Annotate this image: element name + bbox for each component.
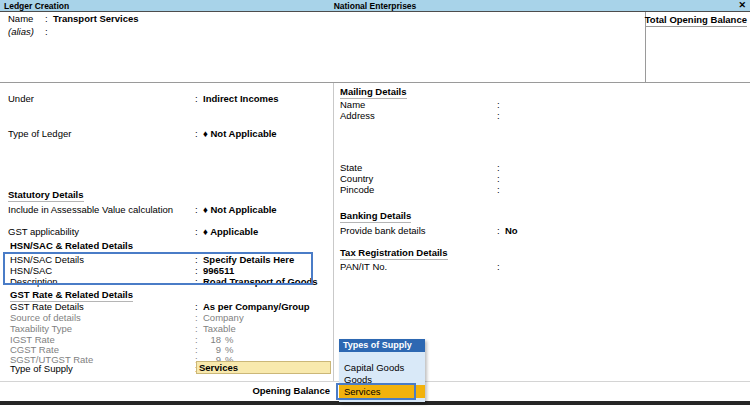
company-name: National Enterprises (0, 1, 750, 11)
address-label: Address (340, 110, 497, 122)
under-field[interactable]: Indirect Incomes (203, 93, 279, 105)
pan-row: PAN/IT No. : (340, 261, 505, 273)
pan-label: PAN/IT No. (340, 261, 497, 273)
under-label: Under (8, 93, 195, 105)
bank-details-row: Provide bank details : No (340, 225, 518, 237)
dropdown-title: Types of Supply (339, 339, 425, 352)
type-of-supply-row: Type of Supply : (10, 363, 203, 375)
bank-details-label: Provide bank details (340, 225, 497, 237)
ledger-name-row: Name : Transport Services (8, 13, 139, 25)
gst-applicability-field[interactable]: ♦ Applicable (203, 226, 258, 238)
ledger-alias-row: (alias) : (8, 26, 53, 38)
mailing-details-heading: Mailing Details (340, 86, 407, 99)
pincode-row: Pincode : (340, 184, 505, 196)
assessable-label: Include in Assessable Value calculation (8, 204, 195, 216)
assessable-field[interactable]: ♦ Not Applicable (203, 204, 277, 216)
name-label: Name (8, 13, 45, 25)
services-annotation-box (336, 383, 416, 400)
assessable-row: Include in Assessable Value calculation … (8, 204, 277, 216)
type-of-ledger-field[interactable]: ♦ Not Applicable (203, 128, 277, 140)
name-field[interactable]: Transport Services (53, 13, 139, 25)
type-of-ledger-row: Type of Ledger : ♦ Not Applicable (8, 128, 277, 140)
header-divider (0, 82, 750, 83)
gst-applicability-row: GST applicability : ♦ Applicable (8, 226, 258, 238)
alias-label: (alias) (8, 26, 45, 38)
dropdown-item-capital-goods[interactable]: Capital Goods (339, 362, 425, 374)
tax-registration-heading: Tax Registration Details (340, 247, 448, 260)
title-bar: Ledger Creation National Enterprises ✕ (0, 0, 750, 12)
opening-balance-label: Opening Balance (0, 385, 330, 396)
pincode-label: Pincode (340, 184, 497, 196)
column-divider (333, 83, 334, 381)
address-row: Address : (340, 110, 505, 122)
type-of-ledger-label: Type of Ledger (8, 128, 195, 140)
close-icon[interactable]: ✕ (738, 0, 746, 10)
statutory-details-heading: Statutory Details (8, 189, 84, 202)
total-opening-balance-header: Total Opening Balance (645, 14, 747, 27)
bank-details-field[interactable]: No (505, 225, 518, 237)
type-of-supply-field[interactable]: Services (196, 361, 331, 374)
ledger-creation-window: Ledger Creation National Enterprises ✕ N… (0, 0, 750, 408)
banking-details-heading: Banking Details (340, 210, 411, 223)
type-of-supply-label: Type of Supply (10, 363, 195, 375)
under-row: Under : Indirect Incomes (8, 93, 279, 105)
gst-applicability-label: GST applicability (8, 226, 195, 238)
hsn-annotation-box (3, 252, 313, 285)
